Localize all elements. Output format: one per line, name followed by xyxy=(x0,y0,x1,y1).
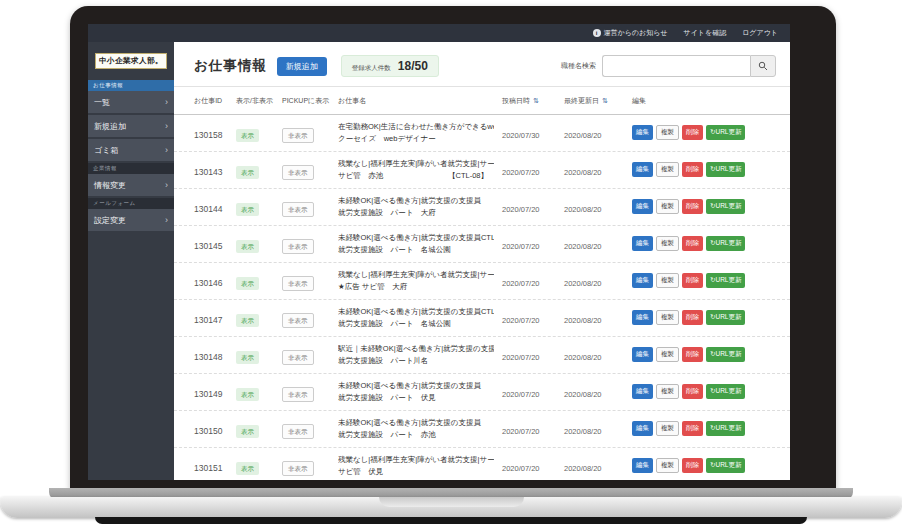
search-input[interactable] xyxy=(602,55,750,77)
sidebar-item-新規追加[interactable]: 新規追加› xyxy=(88,115,174,139)
url-refresh-button[interactable]: ↻URL更新 xyxy=(706,236,745,251)
job-name-line2: ★広告 サビ管 大府 xyxy=(338,281,494,293)
job-subtitle: 就労支援施設 パート 名城公園 xyxy=(338,244,451,256)
edit-button[interactable]: 編集 xyxy=(632,458,653,473)
duplicate-button[interactable]: 複製 xyxy=(656,273,679,288)
url-refresh-button[interactable]: ↻URL更新 xyxy=(706,310,745,325)
topbar-link-label: 運営からのお知らせ xyxy=(604,28,668,38)
sort-updated-icon[interactable]: ⇅ xyxy=(602,97,608,104)
job-name-line2: 就労支援施設 パート 名城公園 xyxy=(338,244,494,256)
duplicate-button[interactable]: 複製 xyxy=(656,384,679,399)
delete-button[interactable]: 削除 xyxy=(682,384,703,399)
pickup-badge: 非表示 xyxy=(282,350,314,366)
edit-button[interactable]: 編集 xyxy=(632,347,653,362)
edit-button[interactable]: 編集 xyxy=(632,310,653,325)
job-id: 130145 xyxy=(194,241,222,251)
job-name: 未経験OK|選べる働き方|就労支援の支援員就労支援施設 パート 伏見 xyxy=(338,380,502,403)
job-id: 130158 xyxy=(194,130,222,140)
add-job-button[interactable]: 新規追加 xyxy=(277,57,327,76)
duplicate-button[interactable]: 複製 xyxy=(656,421,679,436)
updated-date: 2020/08/20 xyxy=(564,427,602,436)
posted-date: 2020/07/20 xyxy=(502,279,540,288)
duplicate-button[interactable]: 複製 xyxy=(656,199,679,214)
job-title: 未経験OK|選べる働き方|就労支援の支援員 xyxy=(338,306,481,318)
duplicate-button[interactable]: 複製 xyxy=(656,162,679,177)
sidebar-section-header: お仕事情報 xyxy=(88,80,174,91)
sidebar-item-設定変更[interactable]: 設定変更› xyxy=(88,209,174,233)
col-updated-date: 最終更新日 ⇅ xyxy=(564,96,632,106)
edit-button[interactable]: 編集 xyxy=(632,384,653,399)
pickup-badge: 非表示 xyxy=(282,461,314,477)
url-refresh-button[interactable]: ↻URL更新 xyxy=(706,421,745,436)
delete-button[interactable]: 削除 xyxy=(682,162,703,177)
duplicate-button[interactable]: 複製 xyxy=(656,125,679,140)
edit-button[interactable]: 編集 xyxy=(632,162,653,177)
url-refresh-button[interactable]: ↻URL更新 xyxy=(706,125,745,140)
job-subtitle: クーセイズ webデザイナー xyxy=(338,133,436,145)
refresh-icon: ↻ xyxy=(710,350,715,357)
sidebar-item-情報変更[interactable]: 情報変更› xyxy=(88,174,174,198)
refresh-icon: ↻ xyxy=(710,461,715,468)
visibility-badge: 表示 xyxy=(236,351,259,365)
logo: 中小企業求人部。 xyxy=(95,53,167,69)
url-refresh-button[interactable]: ↻URL更新 xyxy=(706,384,745,399)
posted-date: 2020/07/20 xyxy=(502,316,540,325)
delete-button[interactable]: 削除 xyxy=(682,236,703,251)
search-icon xyxy=(758,61,768,71)
edit-button[interactable]: 編集 xyxy=(632,125,653,140)
edit-button[interactable]: 編集 xyxy=(632,236,653,251)
visibility-badge: 表示 xyxy=(236,129,259,143)
job-name-line2: クーセイズ webデザイナー xyxy=(338,133,494,145)
topbar-link[interactable]: ログアウト xyxy=(742,28,778,38)
visibility-badge: 表示 xyxy=(236,240,259,254)
url-refresh-button[interactable]: ↻URL更新 xyxy=(706,273,745,288)
delete-button[interactable]: 削除 xyxy=(682,273,703,288)
edit-button[interactable]: 編集 xyxy=(632,273,653,288)
job-title: 在宅勤務OK|生活に合わせた働き方ができるwebデザイナーのアルバイト xyxy=(338,121,494,133)
col-edit: 編集 xyxy=(632,96,782,106)
laptop-screen-bezel: i運営からのお知らせサイトを確認ログアウト 中小企業求人部。 お仕事情報一覧›新… xyxy=(70,6,836,490)
job-id: 130143 xyxy=(194,167,222,177)
job-subtitle: サビ管 伏見 xyxy=(338,466,383,478)
table-row: 130145表示非表示未経験OK|選べる働き方|就労支援の支援員CTL-03就労… xyxy=(174,226,790,263)
sidebar-item-一覧[interactable]: 一覧› xyxy=(88,91,174,115)
edit-button[interactable]: 編集 xyxy=(632,421,653,436)
delete-button[interactable]: 削除 xyxy=(682,458,703,473)
edit-button[interactable]: 編集 xyxy=(632,199,653,214)
delete-button[interactable]: 削除 xyxy=(682,310,703,325)
duplicate-button[interactable]: 複製 xyxy=(656,236,679,251)
duplicate-button[interactable]: 複製 xyxy=(656,347,679,362)
url-refresh-button[interactable]: ↻URL更新 xyxy=(706,162,745,177)
delete-button[interactable]: 削除 xyxy=(682,347,703,362)
updated-date: 2020/08/20 xyxy=(564,242,602,251)
url-refresh-button[interactable]: ↻URL更新 xyxy=(706,199,745,214)
job-name-line2: 就労支援施設 パート 赤池 xyxy=(338,429,494,441)
updated-date: 2020/08/20 xyxy=(564,205,602,214)
topbar-link[interactable]: サイトを確認 xyxy=(684,28,727,38)
registered-count-badge: 登録求人件数 18/50 xyxy=(341,55,439,77)
count-value: 18/50 xyxy=(398,59,428,73)
url-refresh-button[interactable]: ↻URL更新 xyxy=(706,458,745,473)
duplicate-button[interactable]: 複製 xyxy=(656,310,679,325)
delete-button[interactable]: 削除 xyxy=(682,421,703,436)
sort-posted-icon[interactable]: ⇅ xyxy=(533,97,539,104)
job-subtitle: 就労支援施設 パート 伏見 xyxy=(338,392,436,404)
job-name: 未経験OK|選べる働き方|就労支援の支援員就労支援施設 パート 赤池 xyxy=(338,417,502,440)
delete-button[interactable]: 削除 xyxy=(682,125,703,140)
topbar-link[interactable]: i運営からのお知らせ xyxy=(593,28,668,38)
refresh-icon: ↻ xyxy=(710,313,715,320)
row-actions: 編集複製削除↻URL更新 xyxy=(632,421,782,436)
chevron-right-icon: › xyxy=(165,215,168,225)
visibility-badge: 表示 xyxy=(236,462,259,476)
delete-button[interactable]: 削除 xyxy=(682,199,703,214)
duplicate-button[interactable]: 複製 xyxy=(656,458,679,473)
url-refresh-button[interactable]: ↻URL更新 xyxy=(706,347,745,362)
job-title: 駅近｜未経験OK|選べる働き方|就労支援の支援員 xyxy=(338,343,494,355)
search-button[interactable] xyxy=(750,55,776,77)
screen-content: i運営からのお知らせサイトを確認ログアウト 中小企業求人部。 お仕事情報一覧›新… xyxy=(88,24,790,480)
job-name: 残業なし|福利厚生充実|障がい者就労支援|サービス管理責任者サビ管 伏見 xyxy=(338,454,502,477)
info-icon: i xyxy=(593,29,601,37)
sidebar-item-ゴミ箱[interactable]: ゴミ箱› xyxy=(88,139,174,163)
job-code: 【CTL-08】 xyxy=(448,170,494,182)
visibility-badge: 表示 xyxy=(236,388,259,402)
